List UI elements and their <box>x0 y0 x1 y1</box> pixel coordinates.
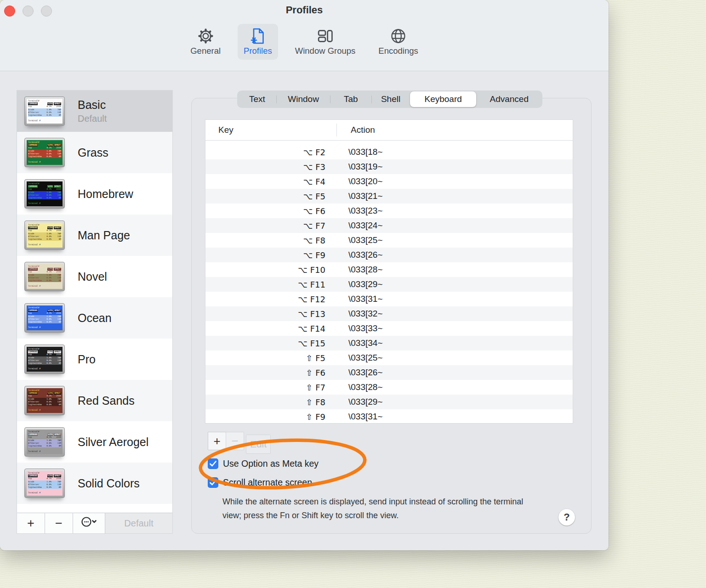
toolbar-item-label: Encodings <box>378 46 418 56</box>
keybinding-row[interactable]: ⌥ F11\033[29~ <box>205 277 573 292</box>
keybinding-key: ⌥ F10 <box>205 265 325 275</box>
profile-thumbnail: Terminal#COMMAND%CPURPRVTtop4.1%231KXcod… <box>24 220 65 250</box>
profile-row-red-sands[interactable]: Terminal#COMMAND%CPURPRVTtop4.1%231KXcod… <box>17 380 172 421</box>
profile-row-ocean[interactable]: Terminal#COMMAND%CPURPRVTtop4.1%231KXcod… <box>17 297 172 339</box>
profile-row-silver-aerogel[interactable]: Terminal#COMMAND%CPURPRVTtop4.1%231KXcod… <box>17 421 172 463</box>
keybindings-table-header: Key Action <box>205 120 573 141</box>
keybinding-row[interactable]: ⌥ F9\033[26~ <box>205 248 573 262</box>
help-button[interactable]: ? <box>558 509 575 526</box>
keybinding-row[interactable]: ⌥ F4\033[20~ <box>205 174 573 189</box>
keybinding-row[interactable]: ⌥ F10\033[28~ <box>205 262 573 277</box>
profile-thumbnail: Terminal#COMMAND%CPURPRVTtop4.1%231KXcod… <box>24 303 65 333</box>
profile-default-badge: Default <box>78 113 107 124</box>
keybinding-action: \033[29~ <box>348 279 383 289</box>
profile-thumbnail: Terminal#COMMAND%CPURPRVTtop4.1%231KXcod… <box>24 179 65 209</box>
tab-tab[interactable]: Tab <box>330 91 371 107</box>
keybinding-action: \033[34~ <box>348 338 383 348</box>
toolbar-item-label: Window Groups <box>295 46 356 56</box>
keybinding-action: \033[26~ <box>348 368 383 378</box>
edit-keybinding-button[interactable]: Edit <box>246 435 271 454</box>
toolbar-item-general[interactable]: General <box>184 24 227 60</box>
tab-shell[interactable]: Shell <box>371 91 410 107</box>
terminal-preview-screen: Terminal#COMMAND%CPURPRVTtop4.1%231KXcod… <box>27 305 63 330</box>
use-option-as-meta-key-checkbox[interactable]: Use Option as Meta key <box>208 458 319 469</box>
keybinding-row[interactable]: ⇧ F6\033[26~ <box>205 365 573 380</box>
terminal-preview-frame: Terminal#COMMAND%CPURPRVTtop4.1%231KXcod… <box>24 345 65 374</box>
profile-row-novel[interactable]: Terminal#COMMAND%CPURPRVTtop4.1%231KXcod… <box>17 256 172 297</box>
terminal-preview-screen: Terminal#COMMAND%CPURPRVTtop4.1%231KXcod… <box>27 388 63 413</box>
globe-icon <box>390 27 407 45</box>
checkbox-label: Use Option as Meta key <box>223 458 319 469</box>
profile-row-basic[interactable]: Terminal#COMMAND%CPURPRVTtop4.1%231KXcod… <box>17 90 172 132</box>
keybinding-action: \033[28~ <box>348 382 383 392</box>
keybinding-row[interactable]: ⌥ F3\033[19~ <box>205 159 573 174</box>
keybinding-action: \033[23~ <box>348 206 383 216</box>
profile-row-grass[interactable]: Terminal#COMMAND%CPURPRVTtop4.1%231KXcod… <box>17 132 172 173</box>
keybinding-row[interactable]: ⌥ F15\033[34~ <box>205 336 573 351</box>
profile-row-solid-colors[interactable]: Terminal#COMMAND%CPURPRVTtop4.1%231KXcod… <box>17 463 172 504</box>
window-title: Profiles <box>0 4 609 16</box>
keybinding-key: ⌥ F15 <box>205 339 325 348</box>
keybinding-row[interactable]: ⌥ F13\033[32~ <box>205 306 573 321</box>
more-options-button[interactable] <box>73 513 105 533</box>
checkbox-checked-icon[interactable] <box>208 477 218 488</box>
set-default-button[interactable]: Default <box>105 513 172 533</box>
keybinding-row[interactable]: ⌥ F5\033[21~ <box>205 189 573 204</box>
keybinding-row[interactable]: ⌥ F7\033[24~ <box>205 218 573 233</box>
column-header-key[interactable]: Key <box>205 125 233 135</box>
remove-keybinding-button[interactable]: − <box>226 432 244 450</box>
terminal-preview-frame: Terminal#COMMAND%CPURPRVTtop4.1%231KXcod… <box>24 303 65 333</box>
tab-text[interactable]: Text <box>238 91 277 107</box>
column-header-action[interactable]: Action <box>351 125 375 135</box>
keybinding-action: \033[25~ <box>348 235 383 245</box>
tab-window[interactable]: Window <box>277 91 330 107</box>
keybinding-row[interactable]: ⌥ F6\033[23~ <box>205 204 573 218</box>
keybinding-action: \033[20~ <box>348 176 383 187</box>
keybinding-row[interactable]: ⌥ F8\033[25~ <box>205 233 573 248</box>
terminal-preferences-window: Profiles GeneralProfilesWindow GroupsEnc… <box>0 0 609 550</box>
keybinding-key: ⇧ F6 <box>205 368 325 378</box>
keybinding-action: \033[26~ <box>348 250 383 260</box>
tab-advanced[interactable]: Advanced <box>476 91 542 107</box>
profile-label: Red Sands <box>78 394 135 407</box>
terminal-preview-frame: Terminal#COMMAND%CPURPRVTtop4.1%231KXcod… <box>24 262 65 291</box>
terminal-preview-frame: Terminal#COMMAND%CPURPRVTtop4.1%231KXcod… <box>24 138 65 167</box>
tab-keyboard[interactable]: Keyboard <box>410 91 477 107</box>
profile-thumbnail: Terminal#COMMAND%CPURPRVTtop4.1%231KXcod… <box>24 427 65 457</box>
toolbar-item-window-groups[interactable]: Window Groups <box>289 24 362 60</box>
keybinding-row[interactable]: ⇧ F5\033[25~ <box>205 351 573 365</box>
profile-name: Man Page <box>78 229 130 242</box>
keybinding-action: \033[32~ <box>348 309 383 319</box>
add-profile-button[interactable]: + <box>17 513 45 533</box>
profile-name: Red Sands <box>78 394 135 407</box>
keybinding-action: \033[29~ <box>348 397 383 407</box>
keybinding-row[interactable]: ⌥ F2\033[18~ <box>205 145 573 159</box>
keybinding-key: ⌥ F5 <box>205 192 325 201</box>
scroll-alternate-screen-checkbox[interactable]: Scroll alternate screen <box>208 477 312 488</box>
profile-name: Novel <box>78 270 107 283</box>
keybinding-key: ⌥ F9 <box>205 250 325 260</box>
keybinding-row[interactable]: ⌥ F12\033[31~ <box>205 292 573 306</box>
keybinding-row[interactable]: ⇧ F8\033[29~ <box>205 395 573 409</box>
terminal-preview-frame: Terminal#COMMAND%CPURPRVTtop4.1%231KXcod… <box>24 469 65 498</box>
window-groups-icon <box>317 27 334 45</box>
terminal-preview-frame: Terminal#COMMAND%CPURPRVTtop4.1%231KXcod… <box>24 427 65 457</box>
profile-name: Basic <box>78 98 107 112</box>
checkbox-checked-icon[interactable] <box>208 458 218 469</box>
profile-label: Pro <box>78 353 96 366</box>
profile-row-man-page[interactable]: Terminal#COMMAND%CPURPRVTtop4.1%231KXcod… <box>17 215 172 256</box>
terminal-preview-frame: Terminal#COMMAND%CPURPRVTtop4.1%231KXcod… <box>24 220 65 250</box>
remove-profile-button[interactable]: − <box>45 513 73 533</box>
keybinding-key: ⌥ F14 <box>205 324 325 334</box>
profile-row-homebrew[interactable]: Terminal#COMMAND%CPURPRVTtop4.1%231KXcod… <box>17 173 172 215</box>
keybinding-row[interactable]: ⇧ F9\033[31~ <box>205 409 573 424</box>
keybinding-key: ⇧ F7 <box>205 383 325 392</box>
profile-thumbnail: Terminal#COMMAND%CPURPRVTtop4.1%231KXcod… <box>24 138 65 167</box>
keybinding-row[interactable]: ⇧ F7\033[28~ <box>205 380 573 395</box>
profile-row-pro[interactable]: Terminal#COMMAND%CPURPRVTtop4.1%231KXcod… <box>17 339 172 380</box>
add-keybinding-button[interactable]: + <box>208 432 226 450</box>
terminal-preview-screen: Terminal#COMMAND%CPURPRVTtop4.1%231KXcod… <box>27 99 63 124</box>
toolbar-item-encodings[interactable]: Encodings <box>372 24 424 60</box>
keybinding-row[interactable]: ⌥ F14\033[33~ <box>205 321 573 336</box>
toolbar-item-profiles[interactable]: Profiles <box>238 24 278 60</box>
